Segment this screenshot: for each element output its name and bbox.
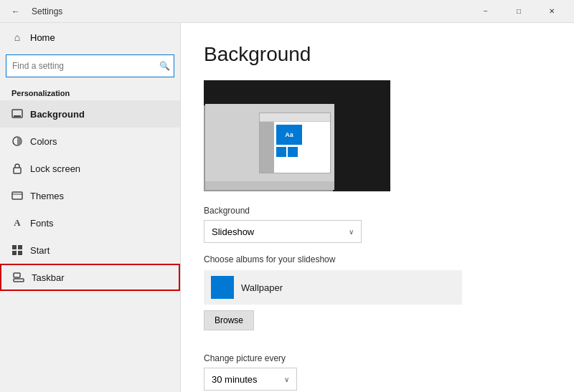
svg-rect-3 <box>14 168 21 173</box>
background-icon <box>11 108 23 120</box>
fonts-icon: A <box>11 217 23 229</box>
background-preview: Aa <box>204 80 390 191</box>
search-box: 🔍 <box>6 54 174 77</box>
close-button[interactable]: ✕ <box>535 0 568 23</box>
search-icon: 🔍 <box>159 61 170 71</box>
sidebar-item-label: Colors <box>30 136 57 147</box>
main-layout: ⌂ Home 🔍 Personalization Background Colo… <box>0 23 574 392</box>
app-title: Settings <box>32 6 62 16</box>
title-bar: ← Settings − □ ✕ <box>0 0 574 23</box>
preview-sidebar <box>260 122 274 173</box>
change-label: Change picture every <box>204 353 551 363</box>
sidebar-item-label: Taskbar <box>32 272 65 283</box>
sidebar-item-label: Background <box>30 109 85 120</box>
browse-button[interactable]: Browse <box>204 310 254 330</box>
dropdown-chevron: ∨ <box>349 228 354 236</box>
svg-rect-6 <box>12 245 17 249</box>
start-icon <box>11 244 23 256</box>
album-icon <box>211 276 234 299</box>
minimize-button[interactable]: − <box>469 0 502 23</box>
sidebar-item-label: Lock screen <box>30 163 80 174</box>
sidebar-item-themes[interactable]: Themes <box>0 182 180 209</box>
taskbar-icon <box>13 272 24 283</box>
home-icon: ⌂ <box>11 32 23 43</box>
back-button[interactable]: ← <box>6 1 26 21</box>
maximize-button[interactable]: □ <box>502 0 535 23</box>
background-dropdown-label: Background <box>204 206 551 216</box>
background-dropdown[interactable]: Slideshow ∨ <box>204 220 362 243</box>
preview-tile-2 <box>288 147 298 157</box>
sidebar-item-background[interactable]: Background <box>0 100 180 128</box>
preview-content: Aa <box>274 122 330 173</box>
preview-titlebar <box>260 113 330 122</box>
section-label: Personalization <box>0 83 180 100</box>
lock-screen-icon <box>11 163 23 174</box>
sidebar-item-taskbar[interactable]: Taskbar <box>0 264 180 291</box>
preview-tile-1 <box>276 147 286 157</box>
sidebar-item-lock-screen[interactable]: Lock screen <box>0 155 180 182</box>
preview-tiles <box>276 147 328 157</box>
window-controls: − □ ✕ <box>469 0 568 23</box>
themes-icon <box>11 190 23 201</box>
sidebar-item-fonts[interactable]: A Fonts <box>0 209 180 236</box>
svg-rect-10 <box>14 279 24 282</box>
preview-aa: Aa <box>276 125 302 145</box>
preview-desktop-mockup: Aa <box>204 105 333 191</box>
svg-rect-9 <box>18 251 22 255</box>
svg-rect-1 <box>14 115 21 117</box>
svg-rect-4 <box>12 192 22 199</box>
preview-taskbar-bar <box>205 181 334 190</box>
svg-rect-8 <box>12 251 17 255</box>
colors-icon <box>11 135 23 147</box>
sidebar-item-label: Start <box>30 245 50 256</box>
interval-chevron: ∨ <box>284 376 289 383</box>
sidebar-item-label: Themes <box>30 191 64 201</box>
interval-dropdown[interactable]: 30 minutes ∨ <box>204 368 297 391</box>
preview-window: Aa <box>259 113 331 173</box>
sidebar-item-label: Fonts <box>30 218 54 229</box>
svg-rect-7 <box>18 245 22 249</box>
background-dropdown-value: Slideshow <box>212 226 254 237</box>
svg-rect-11 <box>14 273 20 277</box>
search-input[interactable] <box>6 54 174 77</box>
page-title: Background <box>204 43 551 66</box>
preview-body: Aa <box>260 122 330 173</box>
sidebar: ⌂ Home 🔍 Personalization Background Colo… <box>0 23 181 392</box>
sidebar-item-home[interactable]: ⌂ Home <box>0 23 180 52</box>
album-item[interactable]: Wallpaper <box>204 270 462 305</box>
preview-desktop: Aa <box>205 104 334 181</box>
content-area: Background Aa <box>181 23 574 392</box>
sidebar-item-start[interactable]: Start <box>0 236 180 264</box>
interval-value: 30 minutes <box>212 374 258 385</box>
album-name: Wallpaper <box>241 282 283 293</box>
albums-label: Choose albums for your slideshow <box>204 254 551 264</box>
home-label: Home <box>30 32 55 43</box>
sidebar-item-colors[interactable]: Colors <box>0 128 180 155</box>
